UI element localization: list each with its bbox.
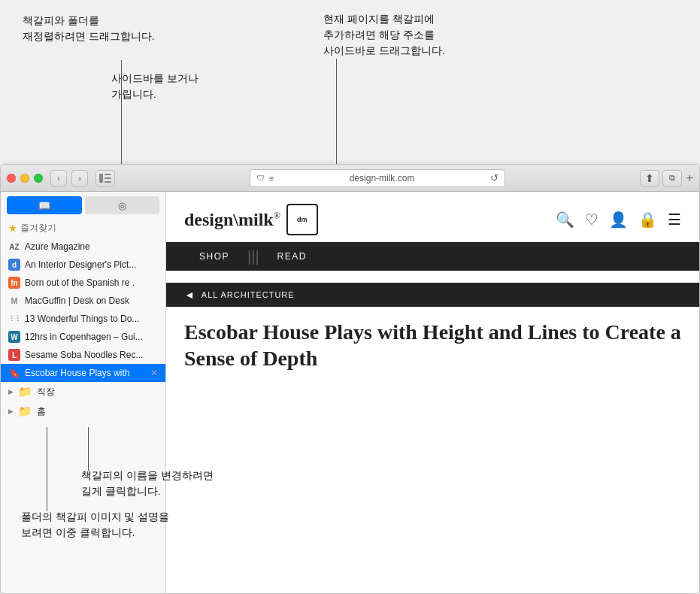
maximize-button[interactable] [34, 174, 43, 183]
shield-icon: 🛡 [256, 174, 265, 183]
bookmark-label: Azure Magazine [25, 241, 90, 252]
minimize-button[interactable] [20, 174, 29, 183]
wishlist-icon[interactable]: ♡ [585, 211, 598, 229]
tab-overview-button[interactable]: ⧉ [662, 170, 682, 186]
nav-shop[interactable]: SHOP [184, 251, 244, 262]
title-bar: ‹ › 🛡 ≡ design-milk.com ↺ ⬆ ⧉ + [1, 165, 699, 192]
share-button[interactable]: ⬆ [640, 170, 659, 186]
bookmark-favicon: AZ [8, 241, 20, 253]
svg-rect-0 [99, 174, 103, 183]
list-item[interactable]: d An Interior Designer's Pict... [1, 256, 165, 274]
bookmark-label: 12hrs in Copenhagen – Gui... [25, 332, 143, 342]
sidebar-toggle-button[interactable] [95, 170, 115, 186]
annotation-sidebar-toggle: 사이드바를 보거나 가립니다. [111, 71, 198, 103]
logo-dm-text: dm [297, 216, 308, 223]
folder-label: 직장 [37, 386, 55, 399]
menu-icon[interactable]: ☰ [668, 211, 681, 229]
callout-line-1 [121, 60, 122, 164]
logo-container: design\milk® dm [184, 204, 318, 235]
lock-icon[interactable]: 🔒 [638, 211, 657, 229]
folder-icon: 📁 [18, 405, 32, 418]
site-nav: SHOP ||| READ [166, 242, 699, 271]
bookmark-favicon: ⋮⋮ [8, 313, 20, 325]
traffic-lights [7, 174, 43, 183]
toolbar-right: ⬆ ⧉ + [640, 170, 693, 186]
new-tab-button[interactable]: + [686, 171, 693, 185]
breadcrumb-arrow-icon: ◄ [184, 289, 195, 301]
list-item[interactable]: fn Born out of the Spanish re . [1, 274, 165, 292]
reload-button[interactable]: ↺ [490, 172, 498, 183]
address-bar[interactable]: 🛡 ≡ design-milk.com ↺ [250, 169, 505, 187]
url-display: design-milk.com [278, 173, 486, 183]
star-icon: ★ [8, 223, 17, 234]
logo-dm-box: dm [286, 204, 318, 235]
bookmark-favicon: fn [8, 277, 20, 289]
forward-button[interactable]: › [71, 170, 88, 186]
bookmark-favicon: M [8, 295, 20, 307]
bookmark-label: Sesame Soba Noodles Rec... [25, 350, 143, 360]
favorites-label: 즐겨찾기 [20, 222, 56, 235]
reader-icon: ≡ [269, 174, 274, 183]
bookmark-close-icon[interactable]: ✕ [150, 368, 158, 378]
account-icon[interactable]: 👤 [609, 211, 628, 229]
bookmark-label: Escobar House Plays with [25, 368, 129, 378]
list-item[interactable]: L Sesame Soba Noodles Rec... [1, 346, 165, 364]
breadcrumb-text: ALL ARCHITECTURE [202, 290, 295, 299]
callout-line-2 [336, 59, 337, 164]
logo-text: design\milk [184, 210, 274, 229]
list-item[interactable]: W 12hrs in Copenhagen – Gui... [1, 328, 165, 346]
annotation-folder-bookmark: 폴더의 책갈피 이미지 및 설명을 보려면 이중 클릭합니다. [21, 510, 169, 541]
site-icons: 🔍 ♡ 👤 🔒 ☰ [556, 211, 681, 229]
bookmark-favicon: 🔖 [8, 367, 20, 379]
search-icon[interactable]: 🔍 [556, 211, 574, 229]
close-button[interactable] [7, 174, 16, 183]
nav-read[interactable]: READ [262, 251, 322, 262]
site-header: design\milk® dm 🔍 ♡ 👤 🔒 ☰ [166, 192, 699, 242]
back-button[interactable]: ‹ [50, 170, 67, 186]
svg-rect-1 [105, 174, 111, 175]
favorites-header: ★ 즐겨찾기 [1, 219, 165, 238]
bookmark-favicon: d [8, 259, 20, 271]
annotation-top-left: 책갈피와 폴더를 재정렬하려면 드래그합니다. [23, 14, 155, 45]
tab-reading-list[interactable]: ◎ [85, 196, 160, 214]
tab-bookmarks[interactable]: 📖 [7, 196, 82, 214]
list-item[interactable]: ⋮⋮ 13 Wonderful Things to Do... [1, 310, 165, 328]
svg-rect-3 [105, 181, 111, 183]
bookmark-label: 13 Wonderful Things to Do... [25, 314, 139, 324]
bookmark-label: An Interior Designer's Pict... [25, 259, 136, 270]
article-title: Escobar House Plays with Height and Line… [166, 307, 699, 380]
nav-separator: ||| [247, 248, 259, 265]
site-logo: design\milk® [184, 211, 280, 229]
main-content: design\milk® dm 🔍 ♡ 👤 🔒 ☰ SHOP [166, 192, 699, 593]
list-item[interactable]: AZ Azure Magazine [1, 238, 165, 256]
bookmark-label: MacGuffin | Desk on Desk [25, 295, 129, 306]
svg-rect-2 [105, 177, 111, 179]
folder-icon: 📁 [18, 385, 32, 399]
folder-item-work[interactable]: ▶ 📁 직장 [1, 382, 165, 402]
folder-item-home[interactable]: ▶ 📁 홈 [1, 402, 165, 421]
annotation-rename-bookmark: 책갈피의 이름을 변경하려면 길게 클릭합니다. [81, 468, 214, 500]
bookmark-favicon: L [8, 349, 20, 361]
folder-chevron-icon: ▶ [8, 408, 14, 415]
bookmark-label: Born out of the Spanish re . [25, 277, 135, 288]
list-item-active[interactable]: 🔖 Escobar House Plays with ✕ [1, 364, 165, 382]
list-item[interactable]: M MacGuffin | Desk on Desk [1, 292, 165, 310]
article-breadcrumb: ◄ ALL ARCHITECTURE [166, 283, 699, 307]
bookmark-favicon: W [8, 331, 20, 343]
folder-chevron-icon: ▶ [8, 388, 14, 395]
callout-line-folder [47, 427, 47, 511]
callout-line-rename [88, 427, 89, 471]
folder-label: 홈 [37, 405, 46, 418]
annotation-top-right: 현재 페이지를 책갈피에 추가하려면 해당 주소를 사이드바로 드래그합니다. [323, 12, 445, 59]
sidebar-tab-bar: 📖 ◎ [1, 192, 165, 219]
